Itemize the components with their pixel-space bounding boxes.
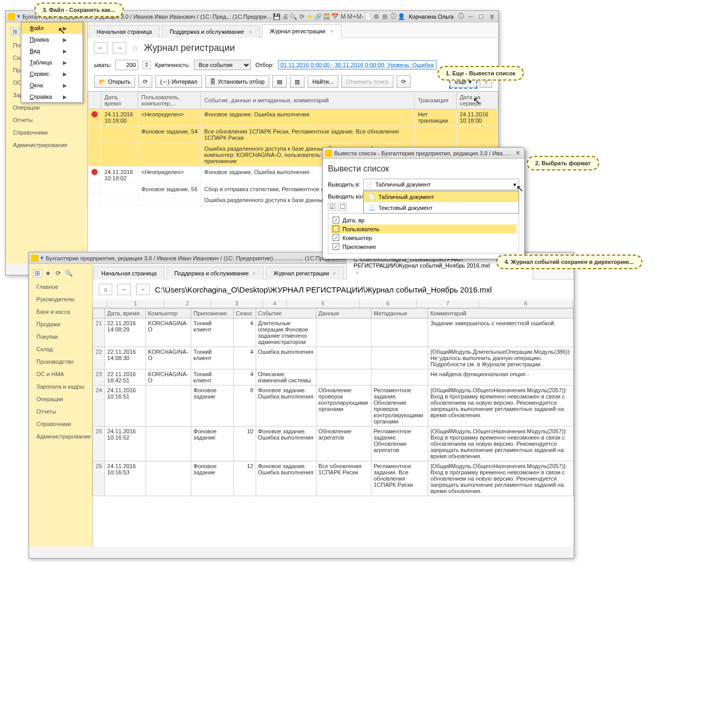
data-row[interactable]: 2122.11.2016 14:08:29KORCHAGINA-OТонкий … [93,318,574,347]
star-icon[interactable]: ★ [44,269,52,277]
col-header[interactable]: Приложение [191,309,234,318]
sidebar-item[interactable]: Зарплата и кадры [29,380,92,393]
toolbar-icon[interactable]: ⓘ [389,12,398,21]
interval-button[interactable]: (↔)Интервал [155,75,202,88]
checkbox-icon[interactable]: ✓ [333,217,339,223]
toolbar-icon[interactable]: 📅 [331,12,339,21]
data-row[interactable]: 2322.11.2016 18:42:51KORCHAGINA-OТонкий … [93,369,574,386]
data-grid[interactable]: Дата, времяКомпьютерПриложениеСеансСобыт… [92,308,574,547]
toolbar-icon[interactable]: ⊞ [381,12,389,21]
toolbar-icon[interactable]: 🖨 [281,12,289,21]
check-item[interactable]: ✓Дата, вр [330,216,517,224]
data-row[interactable]: 2424.11.2016 10:16:51Фоновое задание8Фон… [93,386,574,427]
combo-option[interactable]: 📃Текстовый документ [364,202,519,213]
main-menu-dropdown[interactable]: Файл▶Правка▶Вид▶Таблица▶Сервис▶Окна▶Спра… [21,22,83,103]
nav-forward-button[interactable]: → [136,284,150,295]
col-header[interactable]: Событие [256,309,316,318]
data-row[interactable]: 2222.11.2016 14:08:30KORCHAGINA-OТонкий … [93,347,574,369]
data-row[interactable]: 2524.11.2016 10:16:52Фоновое задание10Фо… [93,427,574,461]
col-header[interactable]: Дата, время [105,309,145,318]
tab-close-icon[interactable]: × [249,29,252,35]
col-header[interactable]: Пользователь, компьютер,... [138,92,201,109]
open-button[interactable]: 📂Открыть [94,75,135,88]
otbor-link[interactable]: 01.11.2016 0:00:00 - 30.11.2016 0:00:00;… [278,60,436,70]
sidebar-item[interactable]: Продажи [29,318,92,330]
menu-item[interactable]: Правка▶ [21,34,83,45]
col-header[interactable]: Комментарий [428,309,574,318]
output-format-combo[interactable]: 📄 Табличный документ ▾ 📄Табличный докуме… [363,179,519,190]
favorite-star-icon[interactable]: ☆ [131,43,139,53]
sidebar-item[interactable]: Отчеты [6,114,87,126]
tab[interactable]: Поддержка и обслуживание × [166,267,263,280]
refresh-button[interactable]: ⟳ [138,75,152,88]
tab[interactable]: Начальная страница [89,25,160,38]
col-header[interactable]: Событие, данные и метаданные, комментари… [201,92,415,109]
check-all-icon[interactable]: ☑ [328,203,336,211]
toolbar-mminus-icon[interactable]: M- [356,12,364,21]
toolbar-mplus-icon[interactable]: M+ [348,12,356,21]
menu-item[interactable]: Файл▶ [21,22,83,34]
checkbox-icon[interactable]: ✓ [333,234,339,241]
tab-close-icon[interactable]: × [253,270,256,276]
menu-item[interactable]: Вид▶ [21,45,83,57]
toolbar-icon[interactable]: ⚙ [373,12,381,21]
find-button[interactable]: Найти... [308,75,338,88]
sidebar-item[interactable]: Справочники [29,418,92,430]
grid-icon[interactable]: ⊞ [11,28,19,36]
menu-item[interactable]: Справка▶ [21,91,83,102]
tab-close-icon[interactable]: × [333,270,336,276]
cancel-find-button[interactable]: Отменить поиск [341,75,393,88]
nav-forward-button[interactable]: → [113,42,126,54]
sidebar-item[interactable]: Производство [29,355,92,368]
minimize-button[interactable]: ─ [466,12,475,21]
col-header[interactable]: Данные [316,309,371,318]
tab[interactable]: Журнал регистрации × [266,267,343,280]
col-header[interactable]: Метаданные [371,309,428,318]
menu-item[interactable]: Таблица▶ [21,57,83,68]
col-header[interactable]: Сеанс [234,309,256,318]
sidebar-item[interactable]: Справочники [6,126,87,139]
dropdown-arrow-icon[interactable]: ▾ [17,13,20,20]
tab-close-icon[interactable]: × [356,270,359,276]
stepper-icon[interactable]: ⇕ [142,61,151,69]
info-icon[interactable]: ⓘ [457,12,465,21]
toolbar-icon[interactable]: 🔗 [314,12,323,21]
dialog-close-button[interactable]: ✕ [513,149,522,157]
sidebar-item[interactable]: Склад [29,343,92,355]
col-header[interactable]: Компьютер [145,309,191,318]
menu-item[interactable]: Сервис▶ [21,68,83,79]
filter-clear-button[interactable]: ▥ [290,75,305,88]
tab[interactable]: Начальная страница [94,267,164,280]
toolbar-icon[interactable]: 📄 [364,12,373,21]
log-row[interactable]: Фоновое задание, 54 Все обновления 1СПАР… [88,126,498,143]
page-close-icon[interactable]: × [490,14,494,22]
toolbar-m-icon[interactable]: M [339,12,348,21]
col-header[interactable] [88,92,101,109]
sidebar-item[interactable]: Банк и касса [29,305,92,318]
uncheck-all-icon[interactable]: ☐ [338,203,347,211]
nav-back-button[interactable]: ← [94,42,108,54]
sidebar-item[interactable]: Администрирование [29,430,92,443]
sidebar-item[interactable]: Главное [29,281,92,293]
checkbox-icon[interactable] [333,225,339,232]
combo-option[interactable]: 📄Табличный документ [364,191,519,202]
check-item[interactable]: Пользователь [330,224,517,233]
show-count-input[interactable] [115,60,138,70]
col-header[interactable]: Дата на сервере [456,92,498,109]
col-header[interactable]: Транзакция [415,92,456,109]
crit-select[interactable]: Все события [194,60,251,70]
reload-button[interactable]: ⟳ [396,75,411,88]
maximize-button[interactable]: ▢ [476,12,486,21]
sidebar-item[interactable]: Отчеты [29,405,92,418]
chevron-down-icon[interactable]: ▾ [513,181,517,188]
col-header[interactable] [93,309,105,318]
tab[interactable]: Поддержка и обслуживание × [162,25,260,38]
sidebar-item[interactable]: ОС и НМА [29,368,92,380]
check-item[interactable]: ✓Компьютер [330,233,517,242]
toolbar-icon[interactable]: 💾 [273,12,281,21]
filter-icon-button[interactable]: ▤ [272,75,287,88]
history-icon[interactable]: ⟳ [54,269,62,277]
grid-icon[interactable]: ⊞ [33,269,42,277]
sidebar-item[interactable]: Операции [6,101,87,114]
star-icon[interactable]: ★ [306,12,314,21]
